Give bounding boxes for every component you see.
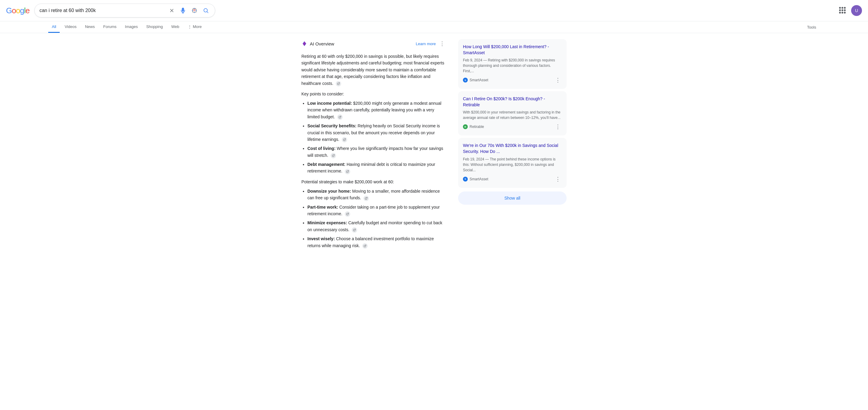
ai-more-options-button[interactable]: ⋮ — [438, 39, 446, 48]
strategy-bold: Minimize expenses: — [307, 220, 347, 225]
main-content: AI Overview Learn more ⋮ Retiring at 60 … — [253, 33, 615, 260]
card-2-more-button[interactable]: ⋮ — [554, 123, 562, 131]
tab-news[interactable]: News — [82, 21, 98, 33]
header: Google — [0, 0, 868, 21]
source-card-1-date: Feb 9, 2024 — Retiring with $200,000 in … — [463, 58, 562, 74]
site-name-3: SmartAsset — [470, 177, 488, 181]
list-link-icon[interactable] — [362, 243, 368, 249]
x-icon — [169, 8, 175, 13]
list-link-icon[interactable] — [342, 137, 347, 142]
tab-forums[interactable]: Forums — [99, 21, 120, 33]
clear-button[interactable] — [168, 7, 176, 14]
list-item: Cost of living: Where you live significa… — [307, 145, 446, 159]
list-item: Debt management: Having minimal debt is … — [307, 161, 446, 175]
show-all-button[interactable]: Show all — [458, 192, 567, 205]
svg-point-3 — [193, 9, 195, 11]
strategy-bold: Invest wisely: — [307, 236, 335, 241]
source-card-3: We're in Our 70s With $200k in Savings a… — [458, 138, 567, 187]
tab-all[interactable]: All — [48, 21, 60, 33]
tools-button[interactable]: Tools — [804, 22, 820, 33]
tab-web[interactable]: Web — [167, 21, 183, 33]
source-site-1: S SmartAsset — [463, 78, 488, 82]
card-1-more-button[interactable]: ⋮ — [554, 76, 562, 84]
strategies-list: Downsize your home: Moving to a smaller,… — [301, 188, 446, 249]
link-icon — [364, 244, 367, 247]
key-point-bold: Debt management: — [307, 162, 345, 167]
list-link-icon[interactable] — [337, 114, 343, 120]
key-point-bold: Cost of living: — [307, 146, 336, 151]
strategy-bold: Part-time work: — [307, 205, 338, 209]
list-item: Minimize expenses: Carefully budget and … — [307, 219, 446, 233]
list-item: Part-time work: Consider taking on a par… — [307, 204, 446, 217]
left-panel: AI Overview Learn more ⋮ Retiring at 60 … — [301, 39, 446, 254]
search-bar — [34, 4, 215, 18]
source-card-2-date: With $200,000 in your retirement savings… — [463, 110, 562, 121]
search-submit-button[interactable] — [202, 6, 210, 15]
source-card-1-meta: S SmartAsset ⋮ — [463, 76, 562, 84]
search-bar-wrapper — [34, 4, 215, 18]
tab-shopping[interactable]: Shopping — [143, 21, 166, 33]
ai-diamond-icon — [301, 41, 307, 47]
list-item: Low income potential: $200,000 might onl… — [307, 100, 446, 120]
lens-button[interactable] — [190, 6, 198, 15]
microphone-button[interactable] — [179, 6, 187, 15]
strategies-title: Potential strategies to make $200,000 wo… — [301, 179, 446, 184]
link-icon — [346, 212, 349, 215]
list-link-icon[interactable] — [352, 227, 357, 233]
ai-overview-actions: Learn more ⋮ — [416, 39, 446, 48]
source-card-3-meta: S SmartAsset ⋮ — [463, 175, 562, 183]
more-icon: ⋮ — [188, 24, 192, 29]
list-link-icon[interactable] — [345, 211, 350, 217]
camera-icon — [191, 7, 197, 13]
link-icon — [353, 229, 356, 232]
list-item: Downsize your home: Moving to a smaller,… — [307, 188, 446, 201]
key-point-bold: Social Security benefits: — [307, 124, 356, 128]
strategy-bold: Downsize your home: — [307, 189, 351, 194]
ai-overview-title: AI Overview — [301, 41, 334, 47]
list-link-icon[interactable] — [364, 196, 369, 201]
grid-icon — [839, 7, 846, 14]
list-link-icon[interactable] — [345, 169, 350, 174]
link-icon — [343, 138, 346, 141]
link-icon — [338, 115, 341, 118]
source-card-3-title[interactable]: We're in Our 70s With $200k in Savings a… — [463, 143, 562, 155]
apps-grid-button[interactable] — [838, 6, 847, 15]
search-icons — [168, 6, 210, 15]
key-points-list: Low income potential: $200,000 might onl… — [301, 100, 446, 175]
source-card-3-date: Feb 19, 2024 — The point behind these in… — [463, 157, 562, 173]
link-icon — [365, 197, 368, 200]
link-icon — [332, 154, 335, 157]
card-3-more-button[interactable]: ⋮ — [554, 175, 562, 183]
site-favicon-1: S — [463, 78, 468, 82]
search-input[interactable] — [39, 8, 165, 13]
site-favicon-3: S — [463, 177, 468, 181]
source-card-2-title[interactable]: Can I Retire On $200k? Is $200k Enough? … — [463, 96, 562, 108]
source-site-2: R Retirable — [463, 124, 484, 129]
nav-tabs: All Videos News Forums Images Shopping W… — [0, 21, 868, 33]
tab-images[interactable]: Images — [121, 21, 142, 33]
list-item: Invest wisely: Choose a balanced investm… — [307, 235, 446, 249]
source-card-1-title[interactable]: How Long Will $200,000 Last in Retiremen… — [463, 44, 562, 56]
tab-more[interactable]: ⋮ More — [184, 21, 206, 33]
ai-overview-header: AI Overview Learn more ⋮ — [301, 39, 446, 48]
list-item: Social Security benefits: Relying heavil… — [307, 123, 446, 143]
tab-videos[interactable]: Videos — [61, 21, 80, 33]
site-favicon-2: R — [463, 124, 468, 129]
site-name-1: SmartAsset — [470, 78, 488, 82]
source-card-2: Can I Retire On $200k? Is $200k Enough? … — [458, 91, 567, 135]
link-icon — [337, 82, 340, 85]
link-icon — [346, 170, 349, 173]
header-right: U — [838, 5, 862, 16]
ai-intro-text: Retiring at 60 with only $200,000 in sav… — [301, 53, 446, 87]
avatar[interactable]: U — [851, 5, 862, 16]
source-card-1: How Long Will $200,000 Last in Retiremen… — [458, 39, 567, 89]
svg-marker-5 — [303, 41, 306, 46]
search-icon — [203, 7, 209, 13]
intro-link-icon[interactable] — [336, 81, 341, 87]
learn-more-link[interactable]: Learn more — [416, 41, 436, 46]
right-panel: How Long Will $200,000 Last in Retiremen… — [458, 39, 567, 254]
key-points-title: Key points to consider: — [301, 92, 446, 96]
list-link-icon[interactable] — [331, 153, 336, 158]
site-name-2: Retirable — [470, 125, 484, 129]
key-point-bold: Low income potential: — [307, 101, 352, 106]
